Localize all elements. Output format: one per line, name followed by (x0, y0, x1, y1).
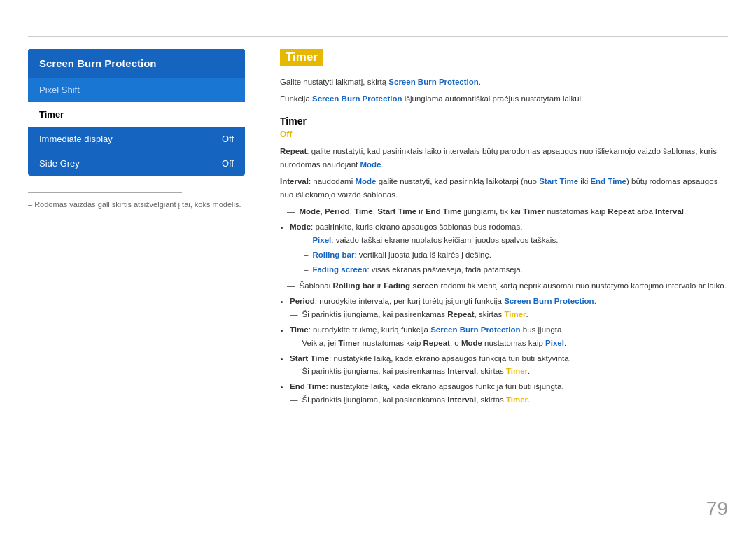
main-content: Repeat: galite nustatyti, kad pasirinkta… (280, 145, 728, 407)
mode-bullet: Mode: pasirinkite, kuris ekrano apsaugos… (290, 220, 728, 276)
period-note: Ši parinktis įjungiama, kai pasirenkamas… (290, 308, 728, 321)
sidebar-item-pixel-shift[interactable]: Pixel Shift (28, 78, 245, 102)
period-bullet-list: Period: nurodykite intervalą, per kurį t… (290, 295, 728, 407)
time-bullet: Time: nurodykite trukmę, kurią funkcija … (290, 323, 728, 350)
footnote-divider (28, 192, 182, 193)
sidebar-item-side-grey[interactable]: Side Grey Off (28, 151, 245, 176)
left-panel: Screen Burn Protection Pixel Shift Timer… (28, 49, 245, 211)
mode-period-note: Mode, Period, Time, Start Time ir End Ti… (287, 205, 728, 218)
top-divider (28, 36, 728, 37)
time-note: Veikia, jei Timer nustatomas kaip Repeat… (290, 337, 728, 350)
menu-box: Screen Burn Protection Pixel Shift Timer… (28, 49, 245, 176)
interval-para: Interval: naudodami Mode galite nustatyt… (280, 175, 728, 202)
intro-line-1: Galite nustatyti laikmatį, skirtą Screen… (280, 76, 728, 89)
immediate-display-label: Immediate display (39, 134, 113, 144)
mode-sub-list: Pixel: vaizdo taškai ekrane nuolatos kei… (304, 234, 728, 276)
sidebar-item-immediate-display[interactable]: Immediate display Off (28, 127, 245, 151)
footnote-text: – Rodomas vaizdas gall skirtis atsižvelg… (28, 199, 245, 211)
pixel-dash: Pixel: vaizdo taškai ekrane nuolatos kei… (304, 234, 728, 247)
menu-title: Screen Burn Protection (28, 49, 245, 78)
fading-screen-dash: Fading screen: visas ekranas pašviesėja,… (304, 263, 728, 276)
timer-label: Timer (39, 109, 64, 120)
off-label: Off (280, 129, 728, 139)
intro-block: Galite nustatyti laikmatį, skirtą Screen… (280, 76, 728, 106)
intro-line-2: Funkcija Screen Burn Protection išjungia… (280, 92, 728, 106)
start-time-bullet: Start Time: nustatykite laiką, kada ekra… (290, 352, 728, 379)
side-grey-value: Off (222, 158, 234, 169)
section-title: Timer (280, 49, 323, 66)
pixel-shift-label: Pixel Shift (39, 85, 80, 95)
right-panel: Timer Galite nustatyti laikmatį, skirtą … (280, 49, 728, 409)
rolling-bar-dash: Rolling bar: vertikali juosta juda iš ka… (304, 248, 728, 262)
mode-bullet-list: Mode: pasirinkite, kuris ekrano apsaugos… (290, 220, 728, 276)
start-time-note: Ši parinktis įjungiama, kai pasirenkamas… (290, 365, 728, 378)
timer-subheading: Timer (280, 115, 728, 127)
repeat-para: Repeat: galite nustatyti, kad pasirinkta… (280, 145, 728, 171)
sidebar-item-timer[interactable]: Timer (28, 102, 245, 127)
page-number: 79 (706, 498, 728, 520)
rolling-fading-note: Šablonai Rolling bar ir Fading screen ro… (287, 279, 728, 293)
end-time-note: Ši parinktis įjungiama, kai pasirenkamas… (290, 393, 728, 407)
period-bullet: Period: nurodykite intervalą, per kurį t… (290, 295, 728, 321)
end-time-bullet: End Time: nustatykite laiką, kada ekrano… (290, 380, 728, 407)
immediate-display-value: Off (222, 134, 234, 144)
side-grey-label: Side Grey (39, 158, 80, 169)
